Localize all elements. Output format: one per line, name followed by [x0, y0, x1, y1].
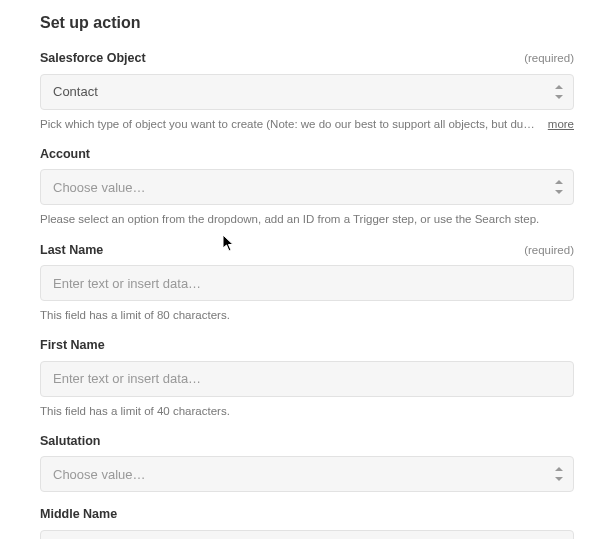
field-account: Account Please select an option from the…	[40, 146, 574, 228]
label-middle-name: Middle Name	[40, 506, 117, 524]
label-salesforce-object: Salesforce Object	[40, 50, 146, 68]
more-link[interactable]: more	[548, 116, 574, 132]
input-last-name[interactable]	[40, 265, 574, 301]
field-last-name: Last Name (required) This field has a li…	[40, 242, 574, 324]
field-first-name: First Name This field has a limit of 40 …	[40, 337, 574, 419]
input-first-name[interactable]	[40, 361, 574, 397]
label-salutation: Salutation	[40, 433, 100, 451]
field-middle-name: Middle Name This field has a limit of 40…	[40, 506, 574, 539]
page-title: Set up action	[40, 12, 574, 34]
label-first-name: First Name	[40, 337, 105, 355]
helper-salesforce-object: Pick which type of object you want to cr…	[40, 116, 538, 132]
helper-account: Please select an option from the dropdow…	[40, 211, 574, 227]
label-last-name: Last Name	[40, 242, 103, 260]
input-middle-name[interactable]	[40, 530, 574, 539]
required-badge: (required)	[524, 242, 574, 258]
helper-first-name: This field has a limit of 40 characters.	[40, 403, 574, 419]
select-salesforce-object[interactable]	[40, 74, 574, 110]
field-salutation: Salutation	[40, 433, 574, 493]
field-salesforce-object: Salesforce Object (required) Pick which …	[40, 50, 574, 132]
select-salutation[interactable]	[40, 456, 574, 492]
required-badge: (required)	[524, 50, 574, 66]
label-account: Account	[40, 146, 90, 164]
select-account[interactable]	[40, 169, 574, 205]
helper-last-name: This field has a limit of 80 characters.	[40, 307, 574, 323]
setup-action-panel: Set up action Salesforce Object (require…	[0, 0, 614, 539]
